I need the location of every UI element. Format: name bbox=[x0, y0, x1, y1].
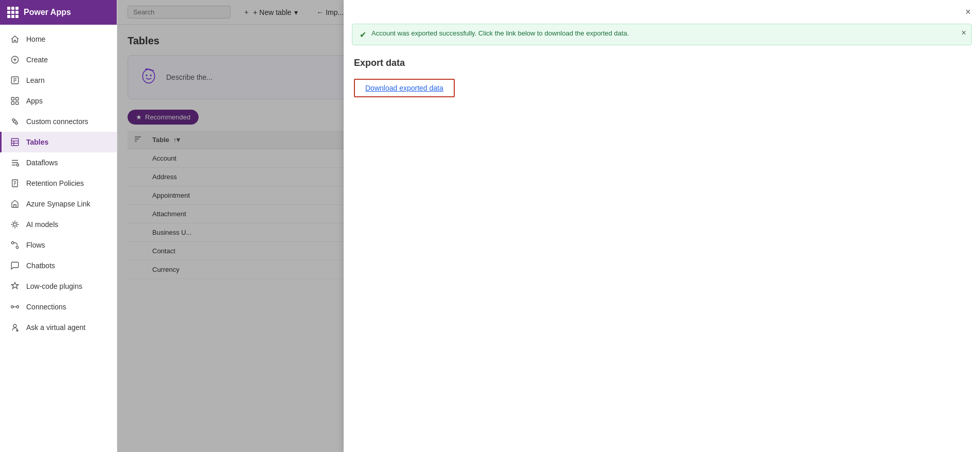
chatbots-icon bbox=[10, 260, 20, 271]
svg-rect-7 bbox=[11, 97, 14, 100]
download-button[interactable]: Download exported data bbox=[354, 79, 455, 97]
sidebar-item-label: Connections bbox=[26, 303, 66, 311]
sidebar-item-flows[interactable]: Flows bbox=[0, 235, 117, 255]
sidebar-item-azure[interactable]: Azure Synapse Link bbox=[0, 194, 117, 214]
sidebar-item-learn[interactable]: Learn bbox=[0, 70, 117, 91]
svg-point-24 bbox=[16, 246, 19, 249]
export-title: Export data bbox=[354, 58, 970, 68]
svg-point-26 bbox=[16, 306, 19, 308]
home-icon bbox=[10, 34, 20, 44]
svg-point-25 bbox=[11, 306, 14, 308]
sidebar-item-label: AI models bbox=[26, 220, 58, 229]
ai-icon bbox=[10, 219, 20, 230]
sidebar-nav: Home Create Learn Apps bbox=[0, 25, 117, 452]
flows-icon bbox=[10, 240, 20, 250]
success-icon: ✔ bbox=[360, 30, 366, 40]
modal-close-top-button[interactable]: × bbox=[963, 5, 973, 19]
sidebar-item-label: Apps bbox=[26, 97, 43, 105]
sidebar-item-label: Custom connectors bbox=[26, 117, 88, 126]
learn-icon bbox=[10, 75, 20, 85]
svg-rect-9 bbox=[11, 102, 14, 105]
modal-body: Export data Download exported data bbox=[344, 45, 980, 110]
sidebar-item-retention[interactable]: Retention Policies bbox=[0, 173, 117, 194]
sidebar-item-apps[interactable]: Apps bbox=[0, 91, 117, 111]
retention-icon bbox=[10, 178, 20, 188]
custom-connectors-icon bbox=[10, 116, 20, 127]
sidebar-item-ai[interactable]: AI models bbox=[0, 214, 117, 235]
sidebar-item-label: Azure Synapse Link bbox=[26, 200, 91, 208]
agent-icon bbox=[10, 322, 20, 333]
sidebar-item-home[interactable]: Home bbox=[0, 29, 117, 49]
modal-close-top: × bbox=[344, 0, 980, 24]
plugins-icon bbox=[10, 281, 20, 291]
main-content: ＋ + New table ▾ ← Imp... Tables Describe… bbox=[117, 0, 980, 452]
sidebar-item-label: Low-code plugins bbox=[26, 282, 82, 290]
apps-icon bbox=[10, 96, 20, 106]
tables-icon bbox=[10, 137, 20, 147]
svg-point-28 bbox=[13, 324, 16, 327]
app-title: Power Apps bbox=[24, 8, 71, 17]
sidebar-item-create[interactable]: Create bbox=[0, 49, 117, 70]
dataflows-icon bbox=[10, 158, 20, 168]
sidebar-item-connections[interactable]: Connections bbox=[0, 297, 117, 317]
sidebar-item-label: Chatbots bbox=[26, 262, 55, 270]
create-icon bbox=[10, 55, 20, 65]
sidebar-item-tables[interactable]: Tables bbox=[0, 132, 117, 152]
sidebar-item-agent[interactable]: Ask a virtual agent bbox=[0, 317, 117, 338]
svg-point-22 bbox=[13, 223, 16, 226]
svg-rect-10 bbox=[16, 102, 19, 105]
sidebar-item-plugins[interactable]: Low-code plugins bbox=[0, 276, 117, 297]
svg-point-12 bbox=[15, 122, 18, 125]
sidebar-item-label: Tables bbox=[26, 138, 48, 146]
sidebar-item-custom-connectors[interactable]: Custom connectors bbox=[0, 111, 117, 132]
connections-icon bbox=[10, 302, 20, 312]
sidebar: Power Apps Home Create Learn bbox=[0, 0, 117, 452]
sidebar-header: Power Apps bbox=[0, 0, 117, 25]
sidebar-item-label: Learn bbox=[26, 76, 45, 84]
svg-point-23 bbox=[11, 241, 14, 244]
svg-rect-8 bbox=[16, 97, 19, 100]
svg-point-17 bbox=[16, 164, 19, 166]
sidebar-item-label: Dataflows bbox=[26, 159, 58, 167]
svg-point-11 bbox=[12, 119, 15, 121]
svg-rect-13 bbox=[11, 138, 19, 146]
azure-icon bbox=[10, 199, 20, 209]
sidebar-item-label: Flows bbox=[26, 241, 45, 249]
sidebar-item-chatbots[interactable]: Chatbots bbox=[0, 255, 117, 276]
sidebar-item-label: Retention Policies bbox=[26, 179, 84, 187]
grid-icon[interactable] bbox=[7, 7, 19, 18]
modal-panel: × ✔ Account was exported successfully. C… bbox=[344, 0, 980, 452]
modal-overlay: × ✔ Account was exported successfully. C… bbox=[117, 0, 980, 452]
sidebar-item-dataflows[interactable]: Dataflows bbox=[0, 152, 117, 173]
success-message: Account was exported successfully. Click… bbox=[371, 29, 629, 37]
sidebar-item-label: Ask a virtual agent bbox=[26, 323, 85, 332]
success-banner: ✔ Account was exported successfully. Cli… bbox=[352, 24, 972, 45]
banner-close-button[interactable]: × bbox=[961, 28, 966, 38]
sidebar-item-label: Home bbox=[26, 35, 45, 43]
sidebar-item-label: Create bbox=[26, 56, 48, 64]
